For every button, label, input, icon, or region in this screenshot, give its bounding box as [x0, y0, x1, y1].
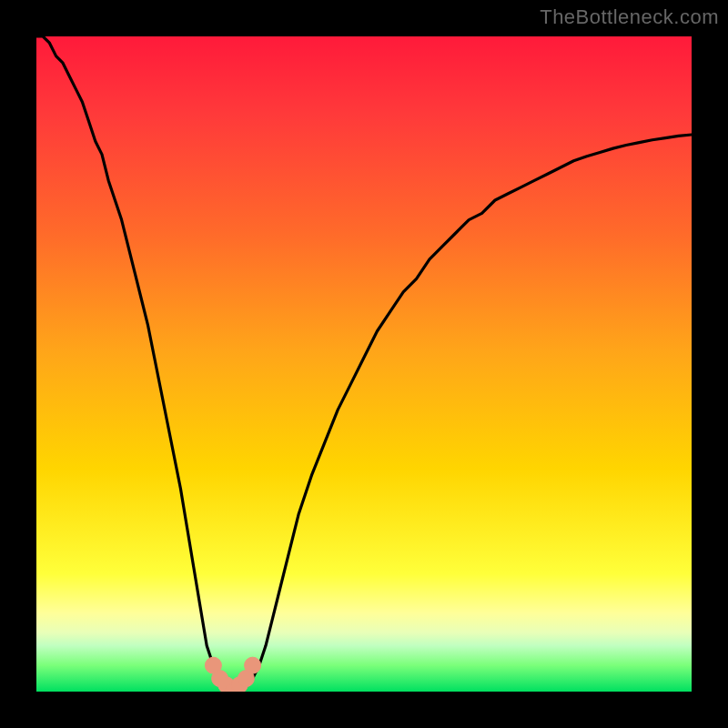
curve-line [36, 36, 692, 692]
chart-frame: TheBottleneck.com [0, 0, 728, 728]
bottleneck-curve [36, 36, 692, 692]
curve-marker [245, 657, 261, 673]
attribution-label: TheBottleneck.com [540, 5, 719, 29]
chart-plot-area [36, 36, 692, 692]
curve-markers [205, 657, 260, 692]
